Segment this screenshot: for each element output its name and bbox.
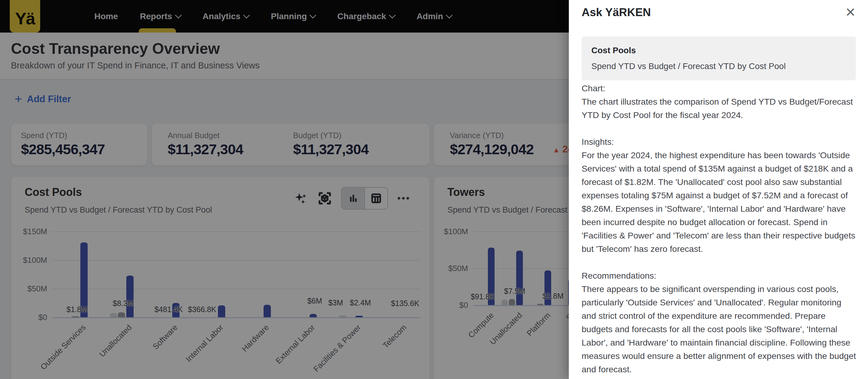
section-chart: Chart: The chart illustrates the compari… [582,82,857,122]
section-heading: Recommendations: [582,269,857,282]
chart-context-card: Cost Pools Spend YTD vs Budget / Forecas… [582,36,856,80]
section-body: There appears to be significant overspen… [582,282,857,376]
drawer-title: Ask YäRKEN [582,6,651,19]
section-recommendations: Recommendations: There appears to be sig… [582,269,857,376]
section-heading: Insights: [582,135,857,149]
context-subtitle: Spend YTD vs Budget / Forecast YTD by Co… [591,61,846,71]
section-body: For the year 2024, the highest expenditu… [582,149,857,255]
context-title: Cost Pools [591,45,846,55]
drawer-body: Chart: The chart illustrates the compari… [582,82,857,379]
section-body: The chart illustrates the comparison of … [582,95,857,122]
section-insights: Insights: For the year 2024, the highest… [582,135,857,255]
ask-yarken-drawer: Ask YäRKEN ✕ Cost Pools Spend YTD vs Bud… [569,0,868,379]
close-icon[interactable]: ✕ [845,5,856,20]
section-heading: Chart: [582,82,857,95]
